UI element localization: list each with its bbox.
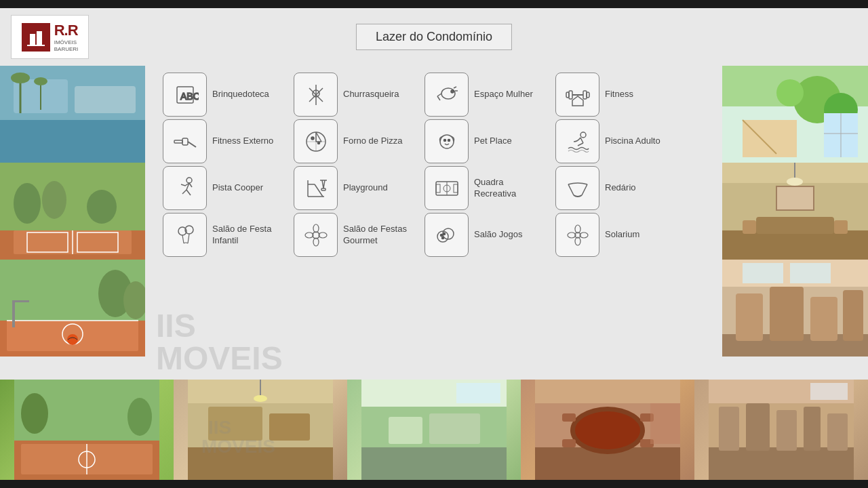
icons-row-1: ABC Brinquedoteca	[163, 73, 714, 117]
pet-place-icon	[433, 128, 460, 155]
svg-rect-121	[790, 263, 831, 283]
playroom-svg	[722, 66, 868, 163]
salao-festa-infantil-icon	[172, 222, 199, 249]
icons-row-2: Fitness Externo	[163, 119, 714, 163]
quadra-recreativa-icon-box	[425, 166, 469, 210]
amenity-salao-festas-gourmet: Salão de Festas Gourmet	[294, 213, 419, 257]
svg-point-18	[42, 181, 66, 219]
espaco-mulher-icon-box	[425, 73, 469, 117]
svg-rect-139	[361, 447, 507, 480]
amenity-forno-pizza: Forno de Pizza	[294, 119, 419, 163]
svg-point-93	[568, 232, 576, 238]
page-title: Lazer do Condomínio	[376, 30, 492, 43]
fitness-icon	[564, 81, 591, 108]
svg-rect-110	[743, 220, 756, 234]
main-container: R.R IMÓVEIS BARUERI Lazer do Condomínio	[0, 0, 868, 488]
bottom-img-2-svg: IIS MOVEIS	[174, 380, 347, 480]
bottom-img-3-svg	[347, 380, 521, 480]
svg-rect-68	[321, 188, 326, 190]
svg-rect-159	[776, 410, 797, 451]
pet-place-label: Pet Place	[474, 136, 512, 147]
bottom-bar	[0, 480, 868, 488]
pool-image	[0, 66, 145, 163]
logo-imoveis: IMÓVEIS	[54, 39, 79, 46]
piscina-adulto-icon-box	[555, 119, 599, 163]
svg-rect-27	[12, 300, 29, 302]
right-images-column	[722, 66, 868, 374]
svg-rect-47	[174, 140, 182, 143]
salao-festa-infantil-icon-box	[163, 213, 207, 257]
svg-point-135	[254, 395, 267, 402]
salao-festas-gourmet-icon-box	[294, 213, 338, 257]
header: R.R IMÓVEIS BARUERI Lazer do Condomínio	[0, 8, 868, 66]
court-svg	[0, 163, 145, 260]
amenity-fitness: Fitness	[555, 73, 681, 117]
svg-rect-2	[27, 45, 45, 46]
bottom-img-1-svg	[0, 380, 174, 480]
fitness-externo-icon-box	[163, 119, 207, 163]
svg-point-81	[313, 224, 319, 232]
svg-rect-115	[736, 293, 763, 341]
svg-point-127	[21, 393, 48, 434]
fitness-label: Fitness	[605, 89, 633, 100]
forno-pizza-icon	[302, 128, 330, 155]
svg-rect-112	[776, 186, 814, 210]
solarium-icon-box	[555, 213, 599, 257]
main-content: ABC Brinquedoteca	[0, 66, 868, 380]
salao-festas-gourmet-icon	[302, 222, 330, 249]
amenity-piscina-adulto: Piscina Adulto	[555, 119, 681, 163]
icons-row-3: Pista Cooper	[163, 166, 714, 210]
fitness-externo-icon	[172, 128, 199, 155]
amenity-brinquedoteca: ABC Brinquedoteca	[163, 73, 288, 117]
svg-rect-155	[709, 447, 854, 480]
amenity-playground: Playground	[294, 166, 419, 210]
svg-rect-133	[269, 413, 310, 441]
svg-point-36	[441, 88, 455, 99]
churrasqueira-icon	[302, 81, 330, 108]
svg-rect-1	[37, 31, 42, 46]
bottom-img-5-svg	[694, 380, 868, 480]
svg-line-37	[437, 94, 441, 96]
svg-point-148	[575, 411, 640, 449]
svg-point-92	[575, 237, 580, 245]
svg-rect-44	[569, 91, 572, 99]
svg-point-108	[787, 178, 803, 186]
redario-label: Redário	[605, 182, 636, 194]
churrasqueira-icon-box	[294, 73, 338, 117]
amenity-churrasqueira: Churrasqueira	[294, 73, 419, 117]
svg-line-74	[568, 184, 574, 195]
salao-festas-gourmet-label: Salão de Festas Gourmet	[343, 224, 411, 247]
gym-image	[722, 260, 868, 357]
bottom-image-1	[0, 380, 174, 480]
brinquedoteca-label: Brinquedoteca	[212, 89, 269, 100]
piscina-adulto-label: Piscina Adulto	[605, 136, 660, 147]
bottom-image-2: IIS MOVEIS	[174, 380, 347, 480]
svg-rect-141	[389, 417, 422, 444]
espaco-mulher-label: Espaço Mulher	[474, 89, 533, 100]
quadra-recreativa-icon	[433, 175, 460, 202]
svg-point-39	[451, 90, 454, 93]
playground-icon-box	[294, 166, 338, 210]
bottom-images-row: IIS MOVEIS	[0, 380, 868, 480]
svg-point-60	[186, 178, 192, 183]
playground-label: Playground	[343, 182, 388, 194]
fitness-icon-box	[555, 73, 599, 117]
content-area: R.R IMÓVEIS BARUERI Lazer do Condomínio	[0, 8, 868, 480]
svg-rect-149	[562, 413, 576, 422]
svg-point-52	[317, 142, 319, 144]
svg-rect-26	[12, 300, 15, 327]
svg-rect-161	[827, 413, 848, 451]
churrasqueira-label: Churrasqueira	[343, 89, 399, 100]
svg-rect-100	[743, 120, 797, 157]
playroom-image	[722, 66, 868, 163]
svg-rect-111	[834, 220, 848, 234]
svg-text:MOVEIS: MOVEIS	[201, 436, 275, 457]
espaco-mulher-icon	[433, 81, 460, 108]
svg-rect-160	[804, 407, 821, 451]
svg-text:IIS: IIS	[208, 417, 231, 438]
svg-line-79	[188, 234, 189, 243]
basketball-svg	[0, 260, 145, 357]
svg-point-17	[14, 183, 41, 224]
svg-rect-116	[770, 287, 804, 341]
svg-point-59	[580, 132, 586, 138]
